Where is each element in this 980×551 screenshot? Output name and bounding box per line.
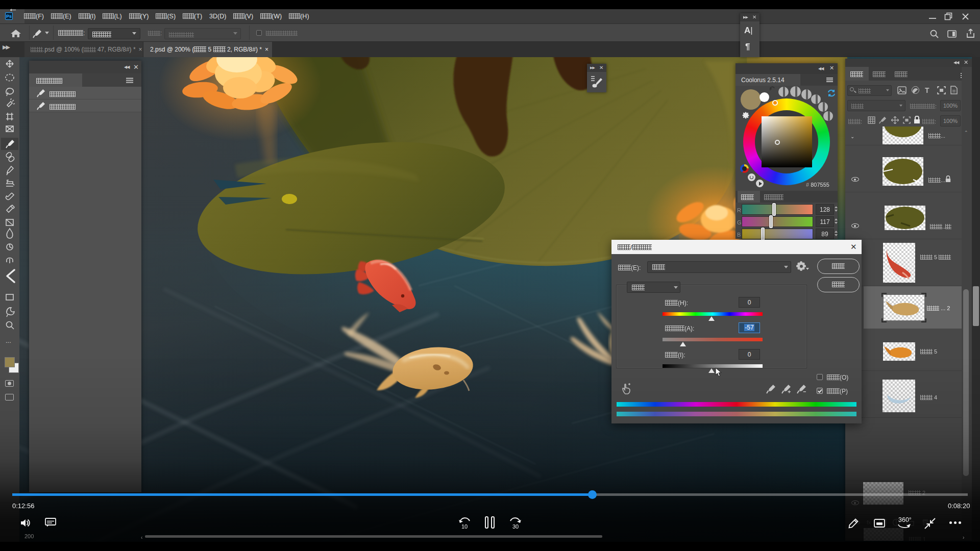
svg-text:30: 30	[512, 523, 519, 530]
svg-text:...: ...	[6, 337, 11, 344]
svg-text:10: 10	[461, 523, 468, 530]
